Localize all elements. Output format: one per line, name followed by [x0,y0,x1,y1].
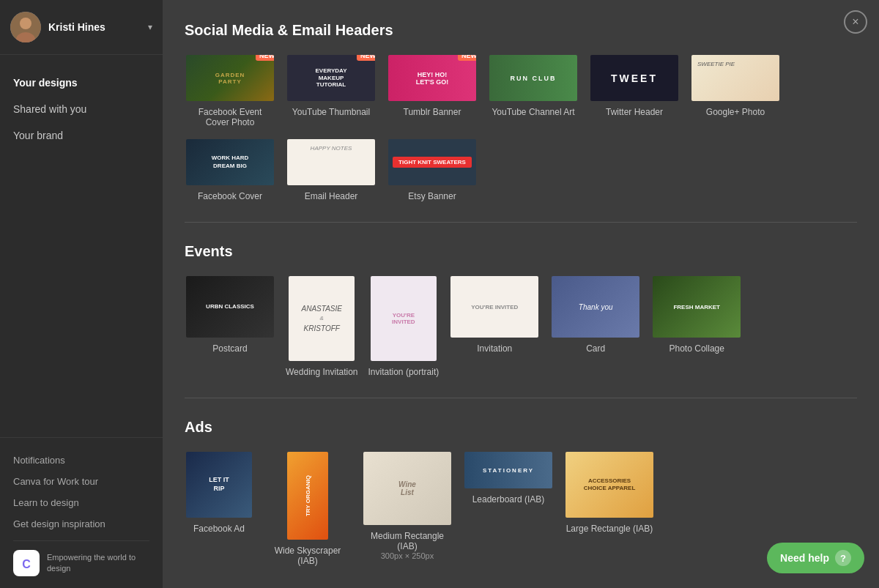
sidebar-item-get-design-inspiration[interactable]: Get design inspiration [13,513,149,535]
template-google[interactable]: SWEETIE PIE Google+ Photo [690,53,781,127]
template-photo-collage[interactable]: FRESH MARKET Photo Collage [651,275,742,377]
canva-logo: C [13,550,40,576]
template-label-leaderboard: Leaderboard (IAB) [472,494,545,505]
events-grid: URBN CLASSICS Postcard ANASTASIE & KRIST… [185,275,857,377]
template-label-email: Email Header [305,191,358,201]
template-label-postcard: Postcard [212,343,247,354]
template-leaderboard[interactable]: STATIONERY Leaderboard (IAB) [463,450,554,566]
template-fb-cover[interactable]: WORK HARDDREAM BIG Facebook Cover [185,138,275,201]
template-fb-ad[interactable]: LET ITRIP Facebook Ad [185,450,253,566]
section-title-ads: Ads [185,419,857,436]
template-label-large-rect: Large Rectangle (IAB) [566,524,653,534]
template-card[interactable]: Thank you Card [550,275,641,377]
template-email[interactable]: HAPPY NOTES Email Header [286,138,377,201]
main-content: × Social Media & Email Headers NEW GARDE… [163,0,879,588]
template-postcard[interactable]: URBN CLASSICS Postcard [185,275,275,377]
template-twitter[interactable]: TWEET Twitter Header [589,53,680,127]
sidebar-item-learn-to-design[interactable]: Learn to design [13,492,149,513]
badge-new-yt-thumb: NEW [357,53,377,61]
template-label-invitation-portrait: Invitation (portrait) [368,367,440,377]
template-label-fb-event: Facebook Event Cover Photo [186,107,274,127]
svg-point-1 [20,18,31,29]
sidebar-item-your-designs[interactable]: Your designs [0,70,163,96]
sidebar-item-notifications[interactable]: Notifications [13,450,149,471]
template-large-rect[interactable]: ACCESSORIESCHOICE APPAREL Large Rectangl… [564,450,655,566]
canva-tagline: Empowering the world to design [47,552,149,575]
template-etsy[interactable]: TIGHT KNIT SWEATERS Etsy Banner [387,138,478,201]
section-social-media: Social Media & Email Headers NEW GARDEN … [185,22,857,201]
template-label-medium-rect: Medium Rectangle (IAB) [363,531,451,551]
template-yt-thumbnail[interactable]: NEW EVERYDAYMAKEUPTUTORIAL YouTube Thumb… [286,53,377,127]
template-label-wedding: Wedding Invitation [286,367,358,377]
svg-text:C: C [22,558,31,570]
template-label-tumblr: Tumblr Banner [404,107,461,117]
template-label-google: Google+ Photo [706,107,765,117]
badge-new-tumblr: NEW [458,53,478,61]
sidebar-item-shared-with-you[interactable]: Shared with you [0,96,163,122]
template-label-wide-skyscraper: Wide Skyscraper (IAB) [264,546,352,566]
sidebar-header: Kristi Hines ▾ [0,0,163,55]
need-help-label: Need help [780,552,829,564]
template-yt-channel[interactable]: RUN CLUB YouTube Channel Art [488,53,579,127]
chevron-down-icon[interactable]: ▾ [148,22,152,32]
template-medium-rect[interactable]: WineList Medium Rectangle (IAB) 300px × … [362,450,453,566]
template-sublabel-medium-rect: 300px × 250px [381,551,434,560]
template-label-fb-cover: Facebook Cover [198,191,262,201]
badge-new-fb-event: NEW [256,53,275,61]
template-label-yt-thumbnail: YouTube Thumbnail [292,107,370,117]
sidebar-nav: Your designs Shared with you Your brand [0,55,163,437]
twitter-thumb-text: TWEET [611,72,658,84]
template-wedding[interactable]: ANASTASIE & KRISTOFF Wedding Invitation [286,275,358,377]
section-title-social: Social Media & Email Headers [185,22,857,39]
template-label-etsy: Etsy Banner [408,191,456,201]
template-invitation[interactable]: YOU'RE INVITED Invitation [449,275,540,377]
sidebar-item-your-brand[interactable]: Your brand [0,122,163,149]
canva-branding: C Empowering the world to design [13,540,149,576]
close-button[interactable]: × [844,10,867,34]
social-media-grid: NEW GARDEN PARTY Facebook Event Cover Ph… [185,53,857,201]
template-invitation-portrait[interactable]: YOU'REINVITED Invitation (portrait) [368,275,440,377]
user-name: Kristi Hines [48,21,141,33]
template-label-twitter: Twitter Header [606,107,663,117]
ads-grid: LET ITRIP Facebook Ad TRY ORGANIQ Wide S… [185,450,857,566]
template-label-photo-collage: Photo Collage [670,343,724,354]
section-events: Events URBN CLASSICS Postcard ANASTASIE [185,243,857,377]
divider-ads [185,398,857,398]
template-label-fb-ad: Facebook Ad [193,524,245,534]
need-help-button[interactable]: Need help ? [767,543,864,573]
section-ads: Ads LET ITRIP Facebook Ad TRY ORGANIQ [185,419,857,566]
section-title-events: Events [185,243,857,260]
sidebar-footer: Notifications Canva for Work tour Learn … [0,437,163,588]
divider-events [185,222,857,223]
template-label-card: Card [586,343,605,354]
template-tumblr[interactable]: NEW HEY! HO!LET'S GO! Tumblr Banner [387,53,478,127]
template-wide-skyscraper[interactable]: TRY ORGANIQ Wide Skyscraper (IAB) [264,450,352,566]
template-label-invitation: Invitation [477,343,512,354]
template-fb-event[interactable]: NEW GARDEN PARTY Facebook Event Cover Ph… [185,53,275,127]
sidebar-item-canva-for-work-tour[interactable]: Canva for Work tour [13,471,149,492]
template-label-yt-channel: YouTube Channel Art [492,107,574,117]
avatar [10,12,41,42]
sidebar: Kristi Hines ▾ Your designs Shared with … [0,0,163,588]
help-icon: ? [835,550,851,566]
